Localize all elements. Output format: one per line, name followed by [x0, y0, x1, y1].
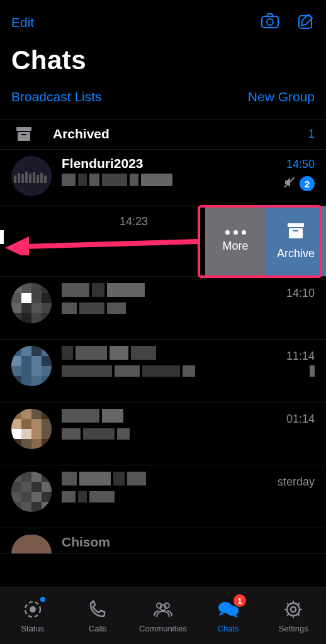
archived-count: 1	[308, 128, 315, 141]
status-dot-indicator	[40, 597, 45, 602]
chat-row[interactable]: Chisom	[0, 528, 326, 554]
svg-rect-7	[18, 173, 20, 183]
settings-icon	[283, 599, 303, 621]
more-icon	[225, 230, 246, 235]
chat-time: sterday	[278, 475, 315, 489]
swipe-archive-button[interactable]: Archive	[266, 206, 326, 276]
svg-line-35	[298, 614, 300, 616]
svg-line-37	[298, 603, 300, 605]
status-icon	[23, 599, 43, 621]
avatar	[11, 409, 52, 449]
svg-rect-8	[21, 174, 24, 183]
archive-icon	[11, 126, 37, 142]
svg-rect-3	[16, 127, 31, 131]
chat-time: 14:10	[286, 287, 315, 300]
chats-badge: 1	[233, 594, 246, 607]
avatar	[11, 156, 52, 196]
swipe-more-label: More	[222, 240, 248, 253]
sub-bar: Broadcast Lists New Group	[0, 89, 326, 119]
svg-line-19	[24, 242, 198, 247]
tab-label: Calls	[89, 624, 107, 633]
chat-time: 14:23	[120, 215, 148, 228]
avatar	[11, 472, 52, 512]
tab-chats[interactable]: 1 Chats	[196, 588, 261, 644]
avatar	[11, 283, 52, 323]
svg-point-1	[267, 19, 273, 25]
chat-list: Archived 1 Flenduri2023 14:50	[0, 119, 326, 587]
chat-row-swiped[interactable]: 14:23 More Archive	[0, 206, 326, 277]
svg-rect-4	[18, 132, 30, 141]
svg-rect-5	[21, 134, 26, 135]
chat-preview	[62, 174, 315, 186]
communities-icon	[152, 599, 174, 621]
tab-calls[interactable]: Calls	[65, 588, 131, 644]
swipe-archive-label: Archive	[277, 247, 315, 260]
tab-label: Communities	[139, 624, 187, 633]
swipe-more-button[interactable]: More	[205, 206, 266, 276]
svg-rect-9	[25, 172, 28, 183]
svg-marker-20	[5, 236, 29, 255]
tab-label: Chats	[218, 624, 239, 633]
compose-icon[interactable]	[297, 13, 315, 33]
archived-row[interactable]: Archived 1	[0, 120, 326, 150]
svg-rect-13	[40, 173, 43, 183]
svg-line-36	[287, 614, 289, 616]
svg-rect-11	[33, 172, 35, 183]
archived-label: Archived	[53, 126, 292, 142]
new-group-link[interactable]: New Group	[248, 89, 315, 104]
chat-preview	[62, 303, 315, 314]
tab-label: Status	[21, 624, 44, 633]
chat-row[interactable]: 11:14	[0, 340, 326, 402]
tab-settings[interactable]: Settings	[261, 588, 326, 644]
tab-status[interactable]: Status	[0, 588, 65, 644]
svg-rect-10	[29, 174, 31, 183]
chat-time: 11:14	[286, 350, 315, 363]
svg-rect-16	[288, 223, 304, 227]
top-bar: Edit	[0, 0, 326, 38]
chat-preview	[62, 428, 315, 440]
muted-icon	[283, 176, 296, 191]
svg-rect-18	[293, 230, 298, 231]
chat-row[interactable]: 14:10	[0, 277, 326, 340]
chat-row[interactable]: Flenduri2023 14:50 2	[0, 150, 326, 206]
broadcast-lists-link[interactable]: Broadcast Lists	[11, 89, 102, 104]
chat-row[interactable]: 01:14	[0, 402, 326, 465]
svg-point-22	[30, 606, 36, 613]
svg-point-29	[291, 607, 296, 612]
chat-time: 14:50	[286, 158, 315, 171]
chat-name: Chisom	[62, 535, 110, 550]
tab-label: Settings	[279, 624, 308, 633]
svg-rect-14	[44, 175, 47, 183]
camera-icon[interactable]	[261, 13, 279, 33]
page-title: Chats	[0, 38, 326, 89]
tab-bar: Status Calls Communities 1 Chats Setti	[0, 587, 326, 644]
archive-icon	[287, 223, 305, 242]
svg-point-27	[226, 606, 239, 616]
svg-rect-0	[262, 16, 278, 28]
chat-preview	[62, 365, 315, 377]
calls-icon	[87, 599, 108, 621]
chat-time: 01:14	[286, 413, 315, 426]
avatar	[11, 535, 52, 553]
chat-preview	[62, 491, 315, 502]
svg-rect-6	[14, 175, 16, 183]
tab-communities[interactable]: Communities	[130, 588, 196, 644]
chat-name: Flenduri2023	[62, 156, 143, 171]
chat-row[interactable]: sterday	[0, 465, 326, 528]
svg-rect-12	[37, 175, 39, 183]
svg-line-34	[287, 603, 289, 605]
avatar	[11, 346, 52, 386]
annotation-arrow	[5, 228, 200, 255]
edit-button[interactable]: Edit	[11, 15, 34, 30]
unread-badge: 2	[300, 176, 315, 191]
svg-rect-17	[289, 228, 303, 238]
